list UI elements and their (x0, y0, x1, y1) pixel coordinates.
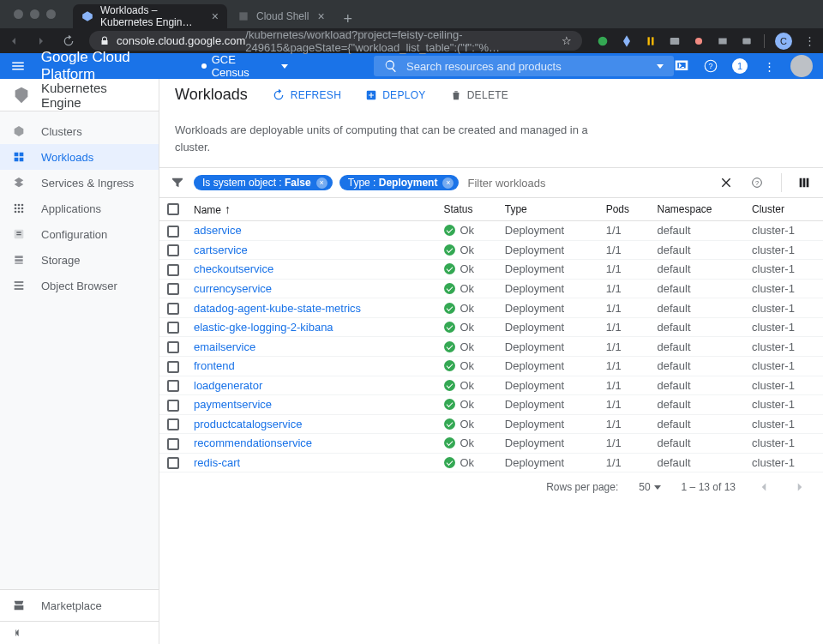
select-all-checkbox[interactable] (167, 203, 179, 215)
sidebar-item-configuration[interactable]: Configuration (0, 221, 159, 247)
workload-name-link[interactable]: frontend (194, 359, 235, 372)
row-checkbox[interactable] (167, 226, 179, 238)
nav-label: Services & Ingress (41, 177, 134, 190)
account-avatar[interactable] (790, 55, 813, 77)
svg-point-16 (18, 211, 21, 214)
cluster-cell: cluster-1 (745, 260, 823, 280)
workload-name-link[interactable]: paymentservice (194, 398, 272, 411)
url-input[interactable]: console.cloud.google.com/kubernetes/work… (89, 31, 582, 51)
workload-name-link[interactable]: recommendationservice (194, 436, 312, 449)
sidebar-item-services-ingress[interactable]: Services & Ingress (0, 170, 159, 196)
profile-avatar[interactable]: C (775, 33, 792, 50)
rows-per-page-select[interactable]: 50 (639, 481, 660, 493)
refresh-button[interactable]: REFRESH (272, 88, 341, 102)
row-checkbox[interactable] (167, 322, 179, 334)
project-picker[interactable]: GCE Census (201, 53, 288, 79)
row-checkbox[interactable] (167, 380, 179, 392)
row-checkbox[interactable] (167, 303, 179, 315)
workload-name-link[interactable]: checkoutservice (194, 262, 273, 275)
forward-button[interactable] (34, 34, 48, 48)
row-checkbox[interactable] (167, 418, 179, 430)
nav-label: Marketplace (41, 599, 102, 612)
macos-minimize[interactable] (30, 9, 39, 19)
cloud-shell-icon[interactable] (674, 58, 689, 74)
new-tab-button[interactable]: + (335, 10, 362, 28)
row-checkbox[interactable] (167, 264, 179, 276)
columns-icon[interactable] (797, 176, 813, 190)
tab-close-icon[interactable]: × (212, 9, 219, 23)
chip-remove-icon[interactable]: × (442, 178, 454, 189)
column-header-cluster[interactable]: Cluster (745, 198, 823, 221)
deploy-button[interactable]: DEPLOY (365, 89, 426, 101)
sidebar-item-object-browser[interactable]: Object Browser (0, 273, 159, 298)
sidebar-item-workloads[interactable]: Workloads (0, 144, 159, 170)
column-header-pods[interactable]: Pods (599, 198, 651, 221)
help-icon[interactable]: ? (703, 58, 718, 74)
next-page-button[interactable] (792, 479, 808, 495)
tab-close-icon[interactable]: × (317, 9, 324, 23)
row-checkbox[interactable] (167, 361, 179, 373)
workload-name-link[interactable]: datadog-agent-kube-state-metrics (194, 302, 361, 315)
column-header-namespace[interactable]: Namespace (651, 198, 746, 221)
namespace-cell: default (651, 260, 746, 280)
filter-icon[interactable] (170, 175, 185, 190)
sidebar-item-marketplace[interactable]: Marketplace (0, 590, 159, 621)
row-checkbox[interactable] (167, 244, 179, 256)
delete-button[interactable]: DELETE (450, 89, 508, 101)
extension-icon[interactable] (716, 34, 730, 48)
browser-tab-active[interactable]: Workloads – Kubernetes Engin… × (73, 4, 227, 28)
search-box[interactable] (374, 56, 674, 76)
bookmark-star-icon[interactable]: ☆ (562, 34, 572, 47)
sidebar-item-storage[interactable]: Storage (0, 247, 159, 273)
workload-name-link[interactable]: redis-cart (194, 456, 240, 469)
type-cell: Deployment (498, 356, 599, 376)
collapse-sidebar-button[interactable] (0, 621, 159, 644)
workload-name-link[interactable]: elastic-gke-logging-2-kibana (194, 321, 333, 334)
workload-name-link[interactable]: adservice (194, 224, 242, 237)
chrome-menu-icon[interactable]: ⋮ (802, 34, 816, 48)
more-menu-icon[interactable]: ⋮ (761, 58, 777, 74)
workload-name-link[interactable]: currencyservice (194, 282, 272, 295)
macos-zoom[interactable] (46, 9, 56, 19)
column-header-type[interactable]: Type (498, 198, 599, 221)
workload-name-link[interactable]: productcatalogservice (194, 418, 302, 430)
chip-remove-icon[interactable]: × (316, 178, 327, 189)
row-checkbox[interactable] (167, 457, 179, 469)
sidebar-item-clusters[interactable]: Clusters (0, 118, 159, 144)
sidebar-item-applications[interactable]: Applications (0, 196, 159, 221)
reload-button[interactable] (62, 34, 75, 48)
filter-input[interactable] (467, 177, 711, 190)
macos-close[interactable] (14, 9, 23, 19)
column-header-name[interactable]: Name↑ (187, 198, 437, 221)
column-header-status[interactable]: Status (437, 198, 498, 221)
row-checkbox[interactable] (167, 400, 179, 412)
search-input[interactable] (406, 60, 650, 73)
clear-filters-icon[interactable] (719, 176, 735, 190)
hamburger-menu-icon[interactable] (10, 58, 31, 74)
filter-chip[interactable]: Type : Deployment× (339, 175, 460, 190)
workload-name-link[interactable]: cartservice (194, 244, 248, 256)
extension-icon[interactable] (596, 34, 610, 48)
help-icon[interactable]: ? (750, 176, 766, 190)
product-header[interactable]: Kubernetes Engine (0, 79, 159, 111)
workload-name-link[interactable]: loadgenerator (194, 379, 262, 392)
browser-tab-inactive[interactable]: Cloud Shell × (229, 4, 333, 28)
row-checkbox[interactable] (167, 341, 179, 353)
prev-page-button[interactable] (756, 479, 772, 495)
extension-icon[interactable] (620, 34, 634, 48)
workload-name-link[interactable]: emailservice (194, 340, 255, 353)
table-row: recommendationserviceOkDeployment1/1defa… (159, 434, 823, 454)
filter-chip[interactable]: Is system object : False× (194, 175, 333, 190)
extension-icon[interactable] (692, 34, 706, 48)
back-button[interactable] (7, 34, 21, 48)
namespace-cell: default (651, 298, 746, 318)
gcp-logo[interactable]: Google Cloud Platform (41, 49, 188, 83)
notifications-badge[interactable]: 1 (732, 58, 748, 74)
row-checkbox[interactable] (167, 283, 179, 295)
row-checkbox[interactable] (167, 438, 179, 450)
extension-icon[interactable] (668, 34, 682, 48)
content-description: Workloads are deployable units of comput… (159, 111, 640, 167)
extension-icon[interactable] (740, 34, 754, 48)
extension-icon[interactable] (644, 34, 658, 48)
dropdown-arrow-icon[interactable] (657, 64, 664, 69)
